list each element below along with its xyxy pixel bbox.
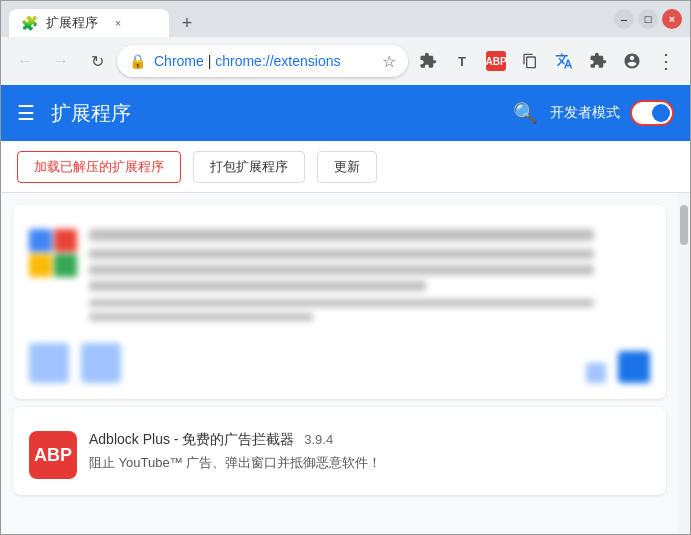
developer-mode-toggle[interactable] <box>630 100 674 126</box>
tab-close-button[interactable]: × <box>110 15 126 31</box>
buttons-row: 加载已解压的扩展程序 打包扩展程序 更新 <box>1 141 690 193</box>
toolbar-icons: T ABP ⋮ <box>412 45 682 77</box>
toolbar-extensions-icon[interactable] <box>412 45 444 77</box>
adblock-plus-version: 3.9.4 <box>304 432 333 447</box>
forward-button[interactable]: → <box>45 45 77 77</box>
title-bar: 🧩 扩展程序 × + – □ × <box>1 1 690 37</box>
new-tab-button[interactable]: + <box>173 9 201 37</box>
toolbar-translate-icon[interactable] <box>548 45 580 77</box>
tab-area: 🧩 扩展程序 × + <box>9 1 606 37</box>
pack-extension-button[interactable]: 打包扩展程序 <box>193 151 305 183</box>
omnibox-text: Chrome | chrome://extensions <box>154 53 341 69</box>
abp-toolbar-icon: ABP <box>486 51 506 71</box>
adblock-plus-description: 阻止 YouTube™ 广告、弹出窗口并抵御恶意软件！ <box>89 453 650 473</box>
scroll-thumb[interactable] <box>680 205 688 245</box>
page-title: 扩展程序 <box>51 100 513 127</box>
scrollbar[interactable] <box>678 193 690 534</box>
minimize-button[interactable]: – <box>614 9 634 29</box>
extensions-list: ABP Adblock Plus - 免费的广告拦截器 3.9.4 阻止 You… <box>1 193 678 534</box>
extension-logo <box>29 229 77 277</box>
extensions-content-area: ABP Adblock Plus - 免费的广告拦截器 3.9.4 阻止 You… <box>1 193 690 534</box>
extensions-header: ☰ 扩展程序 🔍 开发者模式 <box>1 85 690 141</box>
hamburger-menu-icon[interactable]: ☰ <box>17 101 35 125</box>
active-tab[interactable]: 🧩 扩展程序 × <box>9 9 169 37</box>
load-unpacked-button[interactable]: 加载已解压的扩展程序 <box>17 151 181 183</box>
window-controls: – □ × <box>614 9 682 29</box>
adblock-plus-card[interactable]: ABP Adblock Plus - 免费的广告拦截器 3.9.4 阻止 You… <box>13 407 666 495</box>
refresh-button[interactable]: ↻ <box>81 45 113 77</box>
adblock-plus-name: Adblock Plus - 免费的广告拦截器 3.9.4 <box>89 431 650 449</box>
close-button[interactable]: × <box>662 9 682 29</box>
maximize-button[interactable]: □ <box>638 9 658 29</box>
update-button[interactable]: 更新 <box>317 151 377 183</box>
shield-icon: 🔒 <box>129 53 146 69</box>
adblock-plus-info: Adblock Plus - 免费的广告拦截器 3.9.4 阻止 YouTube… <box>89 431 650 473</box>
extension-text-blurred <box>89 229 650 327</box>
omnibox-bar: ← → ↻ 🔒 Chrome | chrome://extensions ☆ T… <box>1 37 690 85</box>
tab-puzzle-icon: 🧩 <box>21 15 38 31</box>
dev-mode-label: 开发者模式 <box>550 104 620 122</box>
toolbar-more-icon[interactable]: ⋮ <box>650 45 682 77</box>
toolbar-account-icon[interactable] <box>616 45 648 77</box>
tab-title: 扩展程序 <box>46 14 98 32</box>
bookmark-icon[interactable]: ☆ <box>382 52 396 71</box>
back-button[interactable]: ← <box>9 45 41 77</box>
adblock-plus-icon: ABP <box>29 431 77 479</box>
extension-card-blurred[interactable] <box>13 205 666 399</box>
toggle-knob <box>652 104 670 122</box>
adblock-plus-card-content: ABP Adblock Plus - 免费的广告拦截器 3.9.4 阻止 You… <box>29 423 650 479</box>
toolbar-copy-icon[interactable] <box>514 45 546 77</box>
toolbar-abp-icon[interactable]: ABP <box>480 45 512 77</box>
address-bar[interactable]: 🔒 Chrome | chrome://extensions ☆ <box>117 45 408 77</box>
search-icon[interactable]: 🔍 <box>513 101 538 125</box>
toolbar-extensions-puzzle-icon[interactable] <box>582 45 614 77</box>
toolbar-t-icon[interactable]: T <box>446 45 478 77</box>
